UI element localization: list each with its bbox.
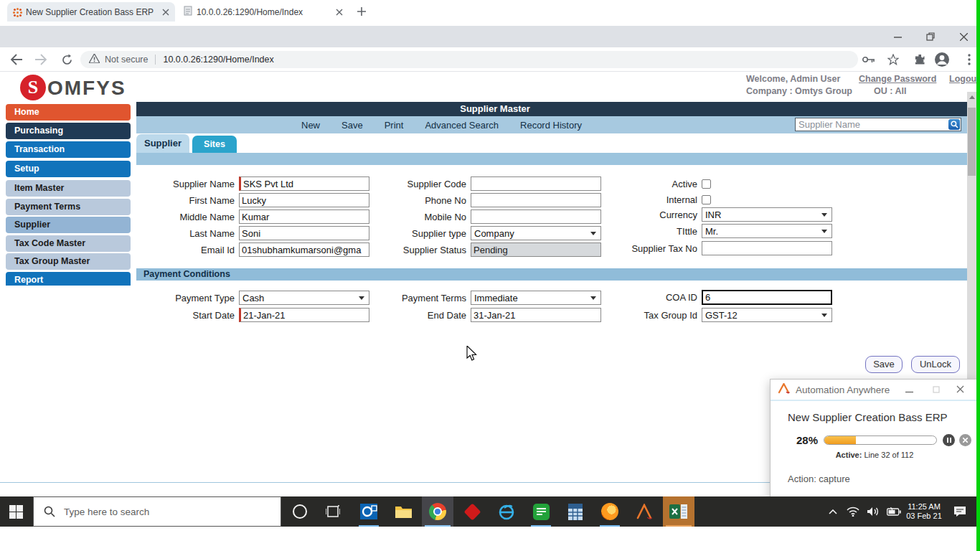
start-button[interactable] xyxy=(0,496,32,527)
taskbar-chrome-button[interactable] xyxy=(422,496,453,527)
aa-title-bar[interactable]: Automation Anywhere xyxy=(771,380,977,401)
back-button-icon[interactable] xyxy=(9,52,24,67)
taskbar-excel-button[interactable] xyxy=(663,496,694,527)
middle-name-input[interactable] xyxy=(239,209,369,224)
tab-sites[interactable]: Sites xyxy=(192,136,237,153)
aa-pause-button[interactable] xyxy=(943,434,955,446)
sidebar-item-tax-group-master[interactable]: Tax Group Master xyxy=(6,253,131,270)
scrollbar-up-arrow-icon[interactable] xyxy=(967,92,976,102)
currency-select[interactable]: INR xyxy=(702,207,832,222)
sidebar-item-setup[interactable]: Setup xyxy=(6,161,131,177)
tray-chevron-up-icon[interactable] xyxy=(824,496,842,527)
supplier-tax-no-input[interactable] xyxy=(702,241,832,255)
active-checkbox[interactable] xyxy=(702,179,711,189)
aa-maximize-button[interactable] xyxy=(923,383,950,396)
tittle-select[interactable]: Mr. xyxy=(702,224,832,238)
change-password-link[interactable]: Change Password xyxy=(859,74,936,84)
tab-close-icon[interactable] xyxy=(162,9,169,16)
supplier-name-input[interactable] xyxy=(239,176,369,191)
supplier-type-select[interactable]: Company xyxy=(471,226,601,240)
tab-supplier[interactable]: Supplier xyxy=(136,134,189,153)
bookmark-star-icon[interactable] xyxy=(885,52,901,67)
tittle-value: Mr. xyxy=(705,226,718,237)
action-center-button[interactable] xyxy=(947,496,973,527)
address-url: 10.0.0.26:1290/Home/Index xyxy=(163,55,273,65)
start-date-input[interactable] xyxy=(239,308,369,322)
taskbar-file-explorer-button[interactable] xyxy=(387,496,419,527)
aa-stop-button[interactable] xyxy=(959,434,971,446)
toolbar-save-link[interactable]: Save xyxy=(341,120,363,131)
automation-anywhere-window: Automation Anywhere New Supplier Creatio… xyxy=(770,379,978,501)
aa-active-line: Active: Line 32 of 112 xyxy=(771,451,979,459)
aa-minimize-button[interactable] xyxy=(895,383,923,396)
password-key-icon[interactable] xyxy=(861,52,877,67)
taskbar-calculator-button[interactable] xyxy=(560,496,591,527)
payment-terms-select[interactable]: Immediate xyxy=(471,291,601,305)
scrollbar-thumb[interactable] xyxy=(968,108,976,176)
supplier-code-input[interactable] xyxy=(471,176,601,191)
logout-link[interactable]: Logout xyxy=(949,74,979,84)
taskbar-red-app-button[interactable] xyxy=(456,496,488,527)
browser-menu-dots-icon[interactable] xyxy=(961,52,977,67)
taskbar-internet-explorer-button[interactable] xyxy=(491,496,522,527)
toolbar-record-history-link[interactable]: Record History xyxy=(520,120,582,131)
window-restore-button[interactable] xyxy=(914,26,947,47)
coa-id-input[interactable] xyxy=(702,290,832,305)
last-name-input[interactable] xyxy=(239,226,369,240)
sidebar-item-home[interactable]: Home xyxy=(6,104,131,121)
sidebar-item-payment-terms[interactable]: Payment Terms xyxy=(6,199,131,215)
search-button[interactable] xyxy=(948,119,960,130)
sidebar-item-transaction[interactable]: Transaction xyxy=(6,141,131,158)
save-button[interactable]: Save xyxy=(865,356,903,373)
windows-logo-icon xyxy=(9,505,23,519)
search-icon xyxy=(951,121,958,128)
tab-title: New Supplier Creation Bass ERP xyxy=(26,7,158,17)
toolbar-advanced-search-link[interactable]: Advanced Search xyxy=(425,120,499,131)
taskbar-firefox-button[interactable] xyxy=(594,496,626,527)
taskbar-outlook-button[interactable] xyxy=(353,496,385,527)
browser-tab-bar xyxy=(0,26,980,47)
battery-icon[interactable] xyxy=(884,496,904,527)
toolbar-new-link[interactable]: New xyxy=(301,120,320,131)
extensions-puzzle-icon[interactable] xyxy=(913,52,928,67)
taskbar-automation-anywhere-button[interactable] xyxy=(628,496,660,527)
tax-group-id-select[interactable]: GST-12 xyxy=(702,308,832,322)
taskbar-search-box[interactable]: Type here to search xyxy=(33,496,281,527)
reload-button-icon[interactable] xyxy=(59,52,75,67)
payment-type-select[interactable]: Cash xyxy=(239,291,369,305)
volume-icon[interactable] xyxy=(864,496,882,527)
tab-close-icon[interactable] xyxy=(336,9,343,16)
sidebar-item-report[interactable]: Report xyxy=(6,272,131,286)
window-close-button[interactable] xyxy=(947,26,980,47)
sidebar-item-purchasing[interactable]: Purchasing xyxy=(6,123,131,139)
payment-terms-value: Immediate xyxy=(474,293,518,303)
sidebar-item-tax-code-master[interactable]: Tax Code Master xyxy=(6,235,131,252)
taskbar-messaging-button[interactable] xyxy=(525,496,557,527)
address-bar[interactable]: Not secure 10.0.0.26:1290/Home/Index xyxy=(80,51,858,68)
end-date-input[interactable] xyxy=(471,308,601,322)
wifi-icon[interactable] xyxy=(844,496,862,527)
aa-active-label: Active: xyxy=(836,451,862,459)
phone-no-input[interactable] xyxy=(471,193,601,207)
task-view-button[interactable] xyxy=(317,496,349,527)
email-id-input[interactable] xyxy=(239,242,369,257)
taskbar-clock[interactable]: 11:25 AM 03 Feb 21 xyxy=(903,502,946,521)
internal-checkbox[interactable] xyxy=(702,195,711,204)
toolbar-print-link[interactable]: Print xyxy=(385,120,404,131)
first-name-input[interactable] xyxy=(239,193,369,207)
cortana-button[interactable] xyxy=(284,496,316,527)
sidebar-item-supplier[interactable]: Supplier xyxy=(6,217,131,233)
firefox-icon xyxy=(601,503,618,520)
profile-avatar-icon[interactable] xyxy=(934,52,950,67)
window-minimize-button[interactable] xyxy=(881,26,914,47)
browser-tab-active[interactable]: 10.0.0.26:1290/Home/Index xyxy=(178,2,349,22)
mobile-no-input[interactable] xyxy=(471,209,601,224)
new-tab-button[interactable] xyxy=(356,6,369,19)
forward-button-icon[interactable] xyxy=(33,52,49,67)
browser-tab-erp[interactable]: New Supplier Creation Bass ERP xyxy=(7,2,175,22)
sidebar-item-item-master[interactable]: Item Master xyxy=(6,180,131,197)
unlock-button[interactable]: UnLock xyxy=(911,356,960,373)
tab-title: 10.0.0.26:1290/Home/Index xyxy=(197,7,331,17)
aa-close-button[interactable] xyxy=(950,383,970,396)
supplier-search-input[interactable] xyxy=(795,118,961,131)
